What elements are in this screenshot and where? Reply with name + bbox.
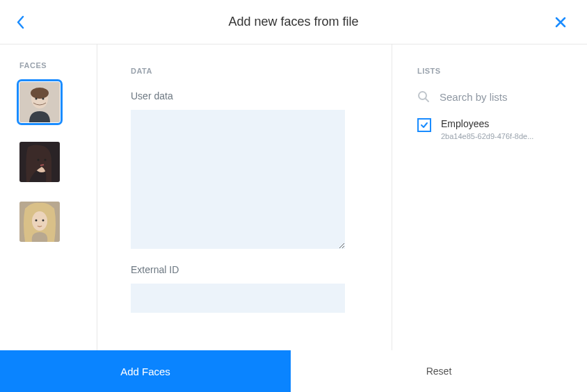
external-id-input[interactable] (131, 284, 345, 313)
list-item-name: Employees (441, 118, 533, 129)
back-button[interactable] (17, 15, 25, 32)
face-thumbnail[interactable] (19, 202, 60, 242)
face-image (19, 202, 60, 242)
add-faces-button[interactable]: Add Faces (0, 350, 291, 392)
reset-button[interactable]: Reset (291, 350, 587, 392)
close-icon (555, 17, 566, 28)
external-id-label: External ID (131, 264, 392, 275)
svg-point-10 (32, 211, 47, 231)
svg-point-8 (45, 159, 47, 161)
svg-point-2 (31, 88, 49, 99)
page-title: Add new faces from file (228, 15, 358, 29)
svg-point-11 (35, 220, 38, 222)
face-image (19, 142, 60, 182)
list-item[interactable]: Employees 2ba14e85-62d9-476f-8de... (417, 118, 566, 140)
svg-point-3 (35, 98, 38, 100)
check-icon (420, 121, 428, 129)
close-button[interactable] (555, 17, 566, 31)
search-placeholder: Search by lists (440, 91, 508, 103)
face-image (19, 82, 60, 122)
face-thumbnail[interactable] (19, 142, 60, 182)
list-item-id: 2ba14e85-62d9-476f-8de... (441, 132, 533, 140)
svg-point-12 (42, 220, 45, 222)
svg-point-4 (42, 98, 45, 100)
data-heading: DATA (131, 67, 392, 75)
search-icon (417, 90, 430, 103)
svg-line-14 (426, 99, 428, 101)
lists-search[interactable]: Search by lists (417, 90, 566, 103)
chevron-left-icon (17, 15, 25, 29)
faces-heading: FACES (19, 61, 97, 70)
svg-point-7 (38, 159, 40, 161)
user-data-label: User data (131, 90, 392, 101)
list-checkbox[interactable] (417, 118, 431, 132)
user-data-textarea[interactable] (131, 110, 345, 249)
lists-heading: LISTS (417, 67, 566, 75)
face-thumbnail[interactable] (19, 82, 60, 122)
